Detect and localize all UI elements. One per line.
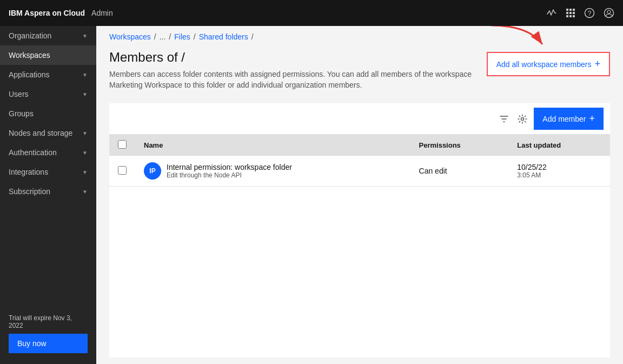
trial-text: Trial will expire Nov 3, 2022: [9, 314, 88, 329]
member-text: Internal permission: workspace folder Ed…: [167, 163, 292, 179]
add-member-plus-icon: +: [589, 113, 595, 124]
table-toolbar: Add member +: [109, 103, 610, 135]
name-column-header: Name: [135, 135, 410, 156]
svg-rect-2: [573, 9, 575, 11]
svg-point-12: [607, 10, 611, 14]
svg-rect-5: [573, 12, 575, 14]
page-header-text: Members of / Members can access folder c…: [109, 50, 474, 90]
user-icon[interactable]: [604, 8, 614, 18]
app-brand: IBM Aspera on Cloud: [9, 9, 85, 17]
buy-now-button[interactable]: Buy now: [9, 334, 88, 353]
row-checkbox-cell[interactable]: [109, 156, 135, 187]
svg-rect-6: [566, 15, 568, 17]
chevron-down-icon: ▼: [82, 169, 88, 175]
permissions-column-header: Permissions: [410, 135, 509, 156]
settings-button[interactable]: [515, 112, 529, 126]
permissions-cell: Can edit: [410, 156, 509, 187]
topbar: IBM Aspera on Cloud Admin ?: [0, 0, 623, 26]
svg-text:?: ?: [588, 10, 592, 17]
chevron-down-icon: ▼: [82, 33, 88, 39]
member-subtitle: Edit through the Node API: [167, 171, 292, 179]
topbar-right: ?: [546, 8, 614, 18]
chevron-down-icon: ▼: [82, 150, 88, 156]
sidebar-item-applications[interactable]: Applications ▼: [0, 65, 96, 84]
sidebar: Organization ▼ Workspaces Applications ▼…: [0, 26, 96, 364]
select-all-checkbox[interactable]: [118, 140, 127, 149]
svg-rect-1: [569, 9, 572, 11]
chevron-down-icon: ▼: [82, 130, 88, 136]
topbar-left: IBM Aspera on Cloud Admin: [9, 9, 113, 17]
chevron-down-icon: ▼: [82, 189, 88, 195]
avatar: IP: [144, 162, 161, 180]
sidebar-footer: Trial will expire Nov 3, 2022 Buy now: [0, 308, 96, 360]
breadcrumb-files[interactable]: Files: [174, 32, 190, 41]
name-cell: IP Internal permission: workspace folder…: [135, 156, 410, 187]
table-header-row: Name Permissions Last updated: [109, 135, 610, 156]
add-all-plus-icon: +: [594, 58, 600, 70]
add-all-container: Add all workspace members +: [487, 50, 610, 76]
activity-icon[interactable]: [546, 8, 557, 18]
svg-rect-8: [573, 15, 575, 17]
sidebar-item-workspaces[interactable]: Workspaces: [0, 45, 96, 65]
page-title: Members of /: [109, 50, 474, 65]
main-content: Workspaces / ... / Files / Shared folder…: [96, 26, 623, 364]
app-role: Admin: [91, 9, 113, 17]
row-checkbox[interactable]: [118, 166, 127, 175]
breadcrumb-ellipsis[interactable]: ...: [160, 32, 166, 41]
page-header-row: Members of / Members can access folder c…: [109, 50, 610, 90]
apps-icon[interactable]: [566, 8, 575, 18]
last-updated-column-header: Last updated: [508, 135, 610, 156]
table-row: IP Internal permission: workspace folder…: [109, 156, 610, 187]
svg-rect-0: [566, 9, 568, 11]
breadcrumb-shared-folders[interactable]: Shared folders: [199, 32, 248, 41]
breadcrumb-workspaces[interactable]: Workspaces: [109, 32, 151, 41]
last-updated-time: 3:05 AM: [517, 171, 601, 179]
filter-button[interactable]: [497, 112, 511, 126]
member-name: Internal permission: workspace folder: [167, 163, 292, 171]
layout: Organization ▼ Workspaces Applications ▼…: [0, 26, 623, 364]
last-updated-date: 10/25/22: [517, 163, 601, 171]
members-table: Name Permissions Last updated IP Interna…: [109, 135, 610, 187]
add-all-label: Add all workspace members: [496, 60, 592, 69]
sidebar-item-users[interactable]: Users ▼: [0, 84, 96, 104]
last-updated-cell: 10/25/22 3:05 AM: [508, 156, 610, 187]
page-description: Members can access folder contents with …: [109, 69, 474, 90]
sidebar-item-integrations[interactable]: Integrations ▼: [0, 162, 96, 182]
table-area: Add member + Name Permissions Last updat…: [109, 103, 610, 358]
add-all-workspace-members-button[interactable]: Add all workspace members +: [487, 52, 610, 76]
chevron-down-icon: ▼: [82, 72, 88, 78]
sidebar-item-nodes-storage[interactable]: Nodes and storage ▼: [0, 123, 96, 143]
member-info: IP Internal permission: workspace folder…: [144, 162, 402, 180]
svg-rect-4: [569, 12, 572, 14]
svg-rect-7: [569, 15, 572, 17]
svg-point-14: [521, 117, 524, 120]
sidebar-item-subscription[interactable]: Subscription ▼: [0, 182, 96, 201]
breadcrumb: Workspaces / ... / Files / Shared folder…: [96, 26, 623, 41]
sidebar-item-organization[interactable]: Organization ▼: [0, 26, 96, 45]
svg-rect-3: [566, 12, 568, 14]
sidebar-item-groups[interactable]: Groups: [0, 104, 96, 123]
chevron-down-icon: ▼: [82, 91, 88, 97]
select-all-header[interactable]: [109, 135, 135, 156]
help-icon[interactable]: ?: [584, 8, 595, 18]
add-member-label: Add member: [542, 115, 586, 123]
add-member-button[interactable]: Add member +: [534, 108, 604, 130]
sidebar-item-authentication[interactable]: Authentication ▼: [0, 143, 96, 162]
page-header: Members of / Members can access folder c…: [96, 41, 623, 97]
